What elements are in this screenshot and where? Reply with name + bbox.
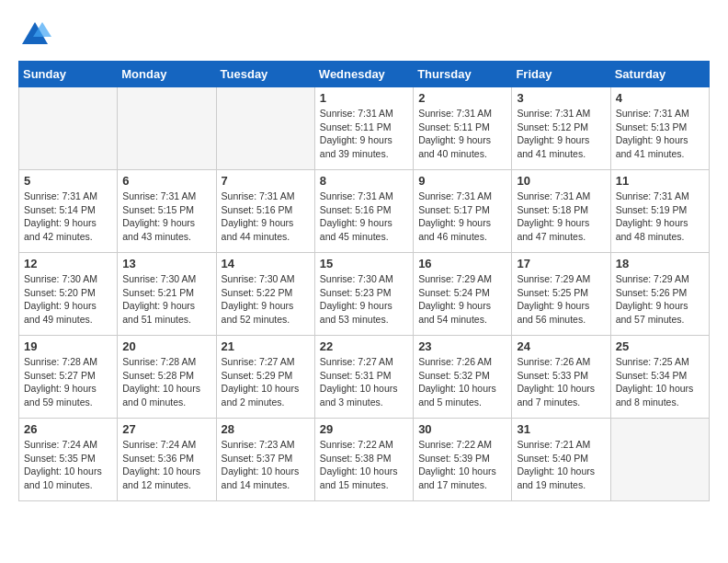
- day-info: Sunrise: 7:31 AM Sunset: 5:14 PM Dayligh…: [24, 190, 112, 244]
- day-info: Sunrise: 7:30 AM Sunset: 5:21 PM Dayligh…: [122, 272, 210, 327]
- calendar-cell: [216, 87, 314, 170]
- day-info: Sunrise: 7:31 AM Sunset: 5:11 PM Dayligh…: [320, 107, 408, 161]
- day-info: Sunrise: 7:26 AM Sunset: 5:33 PM Dayligh…: [517, 355, 605, 409]
- page-header: [18, 18, 710, 52]
- day-number: 22: [320, 339, 408, 353]
- calendar-cell: 24Sunrise: 7:26 AM Sunset: 5:33 PM Dayli…: [512, 336, 610, 419]
- day-info: Sunrise: 7:29 AM Sunset: 5:26 PM Dayligh…: [616, 272, 704, 327]
- weekday-header-friday: Friday: [512, 62, 610, 87]
- calendar-week-row-4: 19Sunrise: 7:28 AM Sunset: 5:27 PM Dayli…: [19, 336, 710, 419]
- day-info: Sunrise: 7:31 AM Sunset: 5:13 PM Dayligh…: [616, 107, 704, 161]
- day-number: 30: [418, 422, 506, 436]
- day-info: Sunrise: 7:28 AM Sunset: 5:27 PM Dayligh…: [24, 355, 112, 409]
- day-info: Sunrise: 7:25 AM Sunset: 5:34 PM Dayligh…: [616, 355, 704, 409]
- day-number: 8: [320, 174, 408, 188]
- calendar-week-row-3: 12Sunrise: 7:30 AM Sunset: 5:20 PM Dayli…: [19, 253, 710, 336]
- day-info: Sunrise: 7:24 AM Sunset: 5:36 PM Dayligh…: [122, 438, 210, 492]
- weekday-header-monday: Monday: [118, 62, 216, 87]
- calendar-cell: 20Sunrise: 7:28 AM Sunset: 5:28 PM Dayli…: [118, 336, 216, 419]
- logo: [18, 18, 57, 52]
- calendar-cell: 17Sunrise: 7:29 AM Sunset: 5:25 PM Dayli…: [512, 253, 610, 336]
- day-number: 1: [320, 91, 408, 105]
- calendar-cell: 15Sunrise: 7:30 AM Sunset: 5:23 PM Dayli…: [314, 253, 413, 336]
- day-number: 2: [418, 91, 506, 105]
- day-info: Sunrise: 7:29 AM Sunset: 5:24 PM Dayligh…: [418, 272, 506, 327]
- weekday-header-thursday: Thursday: [414, 62, 512, 87]
- day-info: Sunrise: 7:29 AM Sunset: 5:25 PM Dayligh…: [517, 272, 605, 327]
- day-number: 20: [122, 339, 210, 353]
- day-info: Sunrise: 7:27 AM Sunset: 5:29 PM Dayligh…: [222, 355, 310, 409]
- day-number: 26: [24, 422, 112, 436]
- day-number: 3: [517, 91, 605, 105]
- calendar-cell: 25Sunrise: 7:25 AM Sunset: 5:34 PM Dayli…: [610, 336, 709, 419]
- day-number: 9: [418, 174, 506, 188]
- calendar-table: SundayMondayTuesdayWednesdayThursdayFrid…: [18, 61, 710, 501]
- day-number: 11: [616, 174, 704, 188]
- day-info: Sunrise: 7:31 AM Sunset: 5:16 PM Dayligh…: [222, 190, 310, 244]
- day-number: 31: [517, 422, 605, 436]
- weekday-header-sunday: Sunday: [19, 62, 118, 87]
- calendar-cell: [610, 419, 709, 501]
- day-number: 12: [24, 257, 112, 270]
- calendar-cell: 9Sunrise: 7:31 AM Sunset: 5:17 PM Daylig…: [414, 170, 512, 253]
- day-number: 21: [222, 339, 310, 353]
- day-number: 24: [517, 339, 605, 353]
- calendar-cell: 23Sunrise: 7:26 AM Sunset: 5:32 PM Dayli…: [414, 336, 512, 419]
- calendar-cell: 13Sunrise: 7:30 AM Sunset: 5:21 PM Dayli…: [118, 253, 216, 336]
- calendar-cell: 10Sunrise: 7:31 AM Sunset: 5:18 PM Dayli…: [512, 170, 610, 253]
- day-info: Sunrise: 7:23 AM Sunset: 5:37 PM Dayligh…: [222, 438, 310, 492]
- weekday-header-tuesday: Tuesday: [216, 62, 314, 87]
- calendar-cell: 8Sunrise: 7:31 AM Sunset: 5:16 PM Daylig…: [314, 170, 413, 253]
- calendar-cell: 21Sunrise: 7:27 AM Sunset: 5:29 PM Dayli…: [216, 336, 314, 419]
- day-number: 18: [616, 257, 704, 270]
- calendar-cell: 30Sunrise: 7:22 AM Sunset: 5:39 PM Dayli…: [414, 419, 512, 501]
- day-info: Sunrise: 7:24 AM Sunset: 5:35 PM Dayligh…: [24, 438, 112, 492]
- day-number: 23: [418, 339, 506, 353]
- day-info: Sunrise: 7:30 AM Sunset: 5:22 PM Dayligh…: [222, 272, 310, 327]
- calendar-cell: 4Sunrise: 7:31 AM Sunset: 5:13 PM Daylig…: [610, 87, 709, 170]
- weekday-header-row: SundayMondayTuesdayWednesdayThursdayFrid…: [19, 62, 710, 87]
- day-number: 19: [24, 339, 112, 353]
- day-number: 4: [616, 91, 704, 105]
- day-info: Sunrise: 7:28 AM Sunset: 5:28 PM Dayligh…: [122, 355, 210, 409]
- calendar-week-row-1: 1Sunrise: 7:31 AM Sunset: 5:11 PM Daylig…: [19, 87, 710, 170]
- calendar-cell: 22Sunrise: 7:27 AM Sunset: 5:31 PM Dayli…: [314, 336, 413, 419]
- calendar-cell: 7Sunrise: 7:31 AM Sunset: 5:16 PM Daylig…: [216, 170, 314, 253]
- calendar-cell: 26Sunrise: 7:24 AM Sunset: 5:35 PM Dayli…: [19, 419, 118, 501]
- day-number: 17: [517, 257, 605, 270]
- day-number: 25: [616, 339, 704, 353]
- day-number: 6: [122, 174, 210, 188]
- calendar-cell: 19Sunrise: 7:28 AM Sunset: 5:27 PM Dayli…: [19, 336, 118, 419]
- calendar-cell: 11Sunrise: 7:31 AM Sunset: 5:19 PM Dayli…: [610, 170, 709, 253]
- logo-icon: [18, 18, 51, 52]
- calendar-cell: [118, 87, 216, 170]
- day-info: Sunrise: 7:31 AM Sunset: 5:15 PM Dayligh…: [122, 190, 210, 244]
- day-number: 28: [222, 422, 310, 436]
- day-info: Sunrise: 7:30 AM Sunset: 5:23 PM Dayligh…: [320, 272, 408, 327]
- day-info: Sunrise: 7:31 AM Sunset: 5:11 PM Dayligh…: [418, 107, 506, 161]
- calendar-week-row-5: 26Sunrise: 7:24 AM Sunset: 5:35 PM Dayli…: [19, 419, 710, 501]
- day-info: Sunrise: 7:31 AM Sunset: 5:16 PM Dayligh…: [320, 190, 408, 244]
- calendar-cell: 31Sunrise: 7:21 AM Sunset: 5:40 PM Dayli…: [512, 419, 610, 501]
- calendar-cell: 27Sunrise: 7:24 AM Sunset: 5:36 PM Dayli…: [118, 419, 216, 501]
- calendar-cell: 2Sunrise: 7:31 AM Sunset: 5:11 PM Daylig…: [414, 87, 512, 170]
- day-number: 15: [320, 257, 408, 270]
- day-number: 27: [122, 422, 210, 436]
- calendar-cell: 29Sunrise: 7:22 AM Sunset: 5:38 PM Dayli…: [314, 419, 413, 501]
- day-number: 29: [320, 422, 408, 436]
- day-info: Sunrise: 7:31 AM Sunset: 5:19 PM Dayligh…: [616, 190, 704, 244]
- calendar-cell: 1Sunrise: 7:31 AM Sunset: 5:11 PM Daylig…: [314, 87, 413, 170]
- weekday-header-saturday: Saturday: [610, 62, 709, 87]
- calendar-cell: 16Sunrise: 7:29 AM Sunset: 5:24 PM Dayli…: [414, 253, 512, 336]
- calendar-cell: 18Sunrise: 7:29 AM Sunset: 5:26 PM Dayli…: [610, 253, 709, 336]
- day-info: Sunrise: 7:31 AM Sunset: 5:17 PM Dayligh…: [418, 190, 506, 244]
- calendar-cell: 3Sunrise: 7:31 AM Sunset: 5:12 PM Daylig…: [512, 87, 610, 170]
- calendar-cell: [19, 87, 118, 170]
- day-info: Sunrise: 7:30 AM Sunset: 5:20 PM Dayligh…: [24, 272, 112, 327]
- day-number: 5: [24, 174, 112, 188]
- day-info: Sunrise: 7:31 AM Sunset: 5:18 PM Dayligh…: [517, 190, 605, 244]
- day-info: Sunrise: 7:31 AM Sunset: 5:12 PM Dayligh…: [517, 107, 605, 161]
- day-info: Sunrise: 7:22 AM Sunset: 5:38 PM Dayligh…: [320, 438, 408, 492]
- day-number: 7: [222, 174, 310, 188]
- day-info: Sunrise: 7:22 AM Sunset: 5:39 PM Dayligh…: [418, 438, 506, 492]
